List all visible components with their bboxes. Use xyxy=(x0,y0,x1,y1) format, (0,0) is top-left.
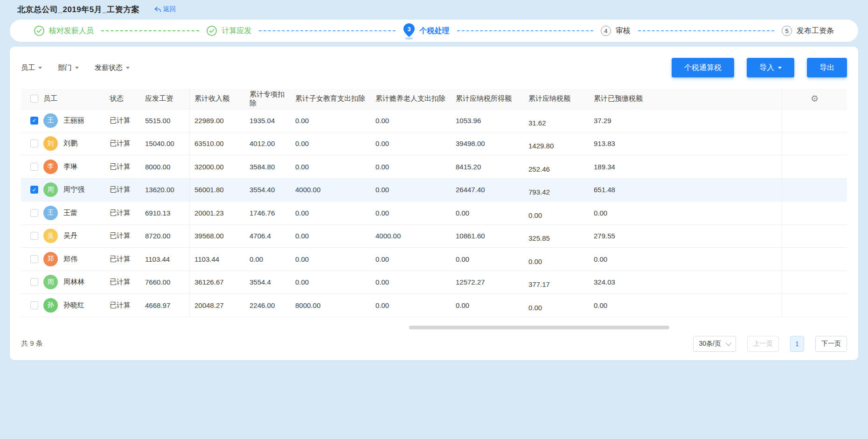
row-gear-spacer xyxy=(782,248,847,271)
avatar: 郑 xyxy=(43,252,58,266)
next-page-button[interactable]: 下一页 xyxy=(815,336,847,352)
row-gear-spacer xyxy=(782,109,847,132)
table-row: 刘 刘鹏 已计算 15040.00 63510.004012.000.000.0… xyxy=(21,132,847,156)
filter-payroll-status[interactable]: 发薪状态 xyxy=(95,63,130,72)
column-header-special-deduction: 累计专项扣除 xyxy=(245,89,291,109)
employee-name: 周林林 xyxy=(63,278,84,286)
avatar: 李 xyxy=(43,160,58,174)
column-settings-gear-icon[interactable]: ⚙ xyxy=(811,94,819,103)
cell-tax-payable: 0.00 xyxy=(524,250,589,273)
cell-prepaid-tax: 189.34 xyxy=(589,155,659,178)
step-connector xyxy=(638,30,774,31)
filter-employee[interactable]: 员工 xyxy=(21,63,42,72)
step-label: 发布工资条 xyxy=(797,26,834,36)
row-checkbox[interactable] xyxy=(30,255,38,263)
location-pin-icon: 3 xyxy=(403,23,415,39)
row-checkbox[interactable] xyxy=(30,301,38,309)
column-header-tax-payable: 累计应纳税额 xyxy=(524,89,589,109)
cell-special-deduction: 1746.76 xyxy=(245,202,291,224)
step-verify-staff[interactable]: 核对发薪人员 xyxy=(34,26,94,36)
cell-tax-payable: 0.00 xyxy=(524,296,589,319)
column-header-status: 状态 xyxy=(110,89,145,109)
cell-taxable-income: 26447.40 xyxy=(451,179,524,202)
status-text: 已计算 xyxy=(110,202,145,224)
export-button[interactable]: 导出 xyxy=(807,58,847,77)
payroll-page: 北京总公司_2019年5月_工资方案 返回 核对发薪人员 计算应发 xyxy=(0,0,868,439)
row-checkbox[interactable] xyxy=(30,117,38,125)
cell-payable-salary: 7660.00 xyxy=(145,271,190,294)
cell-elderly-support-deduction: 0.00 xyxy=(371,179,451,202)
table-row: 王 王蕾 已计算 6910.13 20001.231746.760.000.00… xyxy=(21,202,847,225)
cell-payable-salary: 15040.00 xyxy=(145,132,190,155)
tax-calc-button[interactable]: 个税通算税 xyxy=(672,58,734,77)
import-button[interactable]: 导入 xyxy=(747,58,794,77)
employee-name: 孙晓红 xyxy=(63,301,84,310)
cell-child-education-deduction: 0.00 xyxy=(291,132,371,155)
caret-down-icon xyxy=(75,67,79,69)
horizontal-scrollbar-thumb[interactable] xyxy=(409,326,669,329)
toolbar: 个税通算税 导入 导出 xyxy=(672,58,847,77)
current-page-number[interactable]: 1 xyxy=(790,336,804,352)
cell-tax-payable: 31.62 xyxy=(524,111,589,134)
cell-child-education-deduction: 0.00 xyxy=(291,202,371,224)
table-row: 周 周宁强 已计算 13620.00 56001.803554.404000.0… xyxy=(21,179,847,202)
cell-tax-payable: 377.17 xyxy=(524,273,589,296)
row-checkbox[interactable] xyxy=(30,232,38,240)
column-header-cumulative-income: 累计收入额 xyxy=(190,89,245,109)
row-checkbox[interactable] xyxy=(30,186,38,194)
cell-prepaid-tax: 0.00 xyxy=(589,248,659,271)
employee-name: 李琳 xyxy=(63,162,77,171)
table-row: 王 王丽丽 已计算 5515.00 22989.001935.040.000.0… xyxy=(21,109,847,132)
pin-shadow xyxy=(405,37,413,40)
status-text: 已计算 xyxy=(110,179,145,202)
row-gear-spacer xyxy=(782,271,847,294)
cell-special-deduction: 1935.04 xyxy=(245,109,291,132)
status-text: 已计算 xyxy=(110,109,145,132)
column-header-prepaid-tax: 累计已预缴税额 xyxy=(589,89,659,109)
cell-special-deduction: 2246.00 xyxy=(245,294,291,317)
select-all-checkbox[interactable] xyxy=(30,95,38,103)
avatar: 王 xyxy=(43,206,58,220)
employee-name: 周宁强 xyxy=(63,185,84,194)
back-label: 返回 xyxy=(163,5,176,14)
table-row: 郑 郑伟 已计算 1103.44 1103.440.000.000.000.00… xyxy=(21,248,847,271)
top-bar: 北京总公司_2019年5月_工资方案 返回 xyxy=(0,0,868,19)
table-body: 王 王丽丽 已计算 5515.00 22989.001935.040.000.0… xyxy=(21,109,847,317)
prev-page-button[interactable]: 上一页 xyxy=(747,336,779,352)
row-checkbox[interactable] xyxy=(30,139,38,147)
column-header-elderly-support-deduction: 累计赡养老人支出扣除 xyxy=(371,89,451,109)
cell-elderly-support-deduction: 0.00 xyxy=(371,132,451,155)
page-size-select[interactable]: 30条/页 xyxy=(693,336,736,352)
filter-department[interactable]: 部门 xyxy=(58,63,79,72)
cell-child-education-deduction: 0.00 xyxy=(291,248,371,271)
check-circle-icon xyxy=(34,26,44,36)
caret-down-icon xyxy=(126,67,130,69)
back-link[interactable]: 返回 xyxy=(154,5,176,14)
filter-label: 部门 xyxy=(58,63,72,72)
employee-name: 刘鹏 xyxy=(63,139,77,148)
check-circle-icon xyxy=(207,26,217,36)
status-text: 已计算 xyxy=(110,155,145,178)
cell-child-education-deduction: 0.00 xyxy=(291,155,371,178)
column-header-payable-salary: 应发工资 xyxy=(145,89,190,109)
pagination: 30条/页 上一页 1 下一页 xyxy=(693,336,847,352)
step-label: 计算应发 xyxy=(222,26,251,36)
step-review[interactable]: 4 审核 xyxy=(601,26,631,36)
row-checkbox[interactable] xyxy=(30,278,38,286)
step-tax-processing[interactable]: 3 个税处理 xyxy=(403,23,450,39)
cell-cumulative-income: 32000.00 xyxy=(190,155,245,178)
svg-text:3: 3 xyxy=(407,26,410,33)
status-text: 已计算 xyxy=(110,294,145,317)
cell-taxable-income: 39498.00 xyxy=(451,132,524,155)
row-checkbox[interactable] xyxy=(30,209,38,217)
row-checkbox[interactable] xyxy=(30,163,38,171)
employee-name: 王蕾 xyxy=(63,209,77,217)
cell-child-education-deduction: 8000.00 xyxy=(291,294,371,317)
cell-payable-salary: 1103.44 xyxy=(145,248,190,271)
row-gear-spacer xyxy=(782,294,847,317)
table-footer: 共 9 条 30条/页 上一页 1 下一页 xyxy=(21,336,847,352)
step-publish-payslip[interactable]: 5 发布工资条 xyxy=(782,26,834,36)
import-label: 导入 xyxy=(759,63,774,73)
step-calc-payable[interactable]: 计算应发 xyxy=(207,26,251,36)
cell-elderly-support-deduction: 0.00 xyxy=(371,248,451,271)
